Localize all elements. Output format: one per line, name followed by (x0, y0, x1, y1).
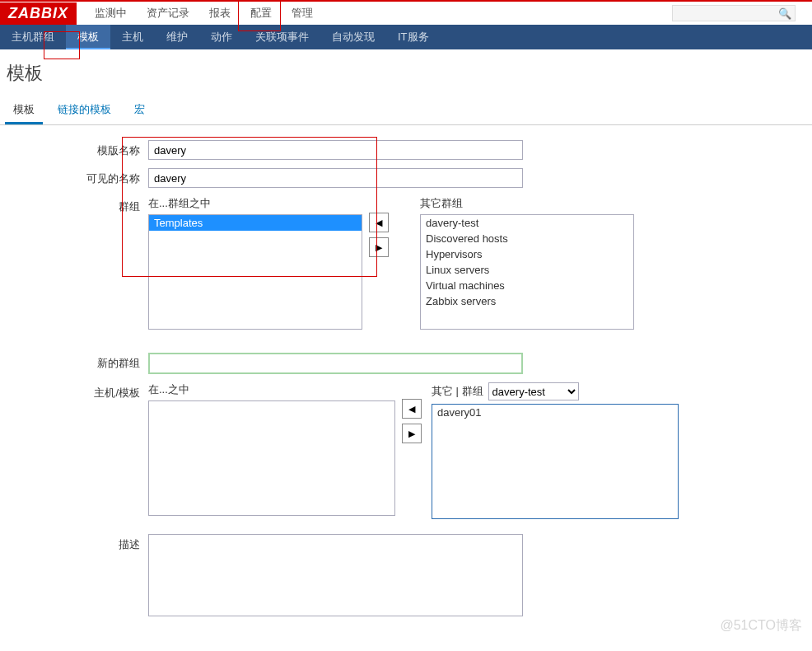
subnav-templates[interactable]: 模板 (66, 25, 110, 49)
label-in-groups: 在...群组之中 (148, 196, 362, 211)
nav-reports[interactable]: 报表 (199, 1, 240, 26)
input-template-name[interactable] (148, 140, 523, 160)
subnav-discovery[interactable]: 自动发现 (320, 25, 386, 49)
move-left-button-hosts[interactable]: ◀ (402, 399, 422, 419)
textarea-description[interactable] (148, 534, 523, 616)
page-title: 模板 (0, 49, 812, 97)
nav-configuration[interactable]: 配置 (240, 1, 282, 26)
list-item[interactable]: Zabbix servers (421, 293, 633, 309)
list-item[interactable]: Discovered hosts (421, 231, 633, 246)
select-host-group[interactable]: davery-test (488, 382, 579, 400)
search-icon[interactable]: 🔍 (775, 7, 795, 20)
search-input[interactable] (673, 6, 775, 21)
zabbix-logo: ZABBIX (0, 2, 77, 25)
label-other-hosts: 其它 | 群组 (432, 384, 483, 399)
subnav-actions[interactable]: 动作 (199, 25, 244, 49)
tab-macros[interactable]: 宏 (126, 97, 153, 124)
listbox-in-groups[interactable]: Templates (148, 214, 362, 330)
nav-administration[interactable]: 管理 (282, 1, 323, 26)
label-visible-name: 可见的名称 (0, 168, 148, 186)
sub-nav: 主机群组 模板 主机 维护 动作 关联项事件 自动发现 IT服务 (0, 25, 812, 49)
listbox-in-hosts[interactable] (148, 400, 395, 516)
subnav-hostgroups[interactable]: 主机群组 (0, 25, 66, 49)
global-search[interactable]: 🔍 (672, 5, 796, 21)
subnav-hosts[interactable]: 主机 (110, 25, 155, 49)
label-hosts-templates: 主机/模板 (0, 382, 148, 400)
list-item[interactable]: Hypervisors (421, 246, 633, 262)
label-other-groups: 其它群组 (420, 196, 634, 211)
move-left-button[interactable]: ◀ (369, 213, 389, 232)
label-groups: 群组 (0, 196, 148, 214)
list-item[interactable]: Virtual machines (421, 278, 633, 293)
subnav-maintenance[interactable]: 维护 (155, 25, 199, 49)
input-visible-name[interactable] (148, 168, 523, 188)
nav-monitoring[interactable]: 监测中 (85, 1, 137, 26)
list-item[interactable]: davery-test (421, 215, 633, 231)
move-right-button-hosts[interactable]: ▶ (402, 424, 422, 443)
label-in-hosts: 在...之中 (148, 382, 395, 397)
input-new-group[interactable] (148, 353, 523, 374)
label-description: 描述 (0, 534, 148, 552)
list-item[interactable]: Templates (149, 215, 362, 231)
main-nav: 监测中 资产记录 报表 配置 管理 (85, 1, 323, 26)
listbox-other-groups[interactable]: davery-test Discovered hosts Hypervisors… (420, 214, 634, 330)
label-new-group: 新的群组 (0, 353, 148, 371)
tab-template[interactable]: 模板 (5, 97, 43, 124)
nav-inventory[interactable]: 资产记录 (137, 1, 199, 26)
move-right-button[interactable]: ▶ (369, 237, 389, 257)
subnav-it-services[interactable]: IT服务 (386, 25, 441, 49)
label-template-name: 模版名称 (0, 140, 148, 158)
list-item[interactable]: davery01 (432, 405, 678, 420)
listbox-other-hosts[interactable]: davery01 (432, 404, 679, 519)
watermark: @51CTO博客 (720, 617, 802, 625)
tab-linked-templates[interactable]: 链接的模板 (49, 97, 119, 124)
form-tabs: 模板 链接的模板 宏 (0, 97, 812, 125)
list-item[interactable]: Linux servers (421, 262, 633, 278)
